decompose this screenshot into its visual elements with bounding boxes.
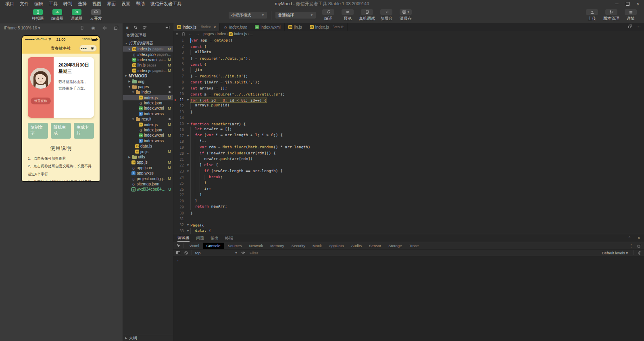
line-number[interactable]: 29 (173, 205, 185, 209)
editor-tab-index.wxml[interactable]: <>index.wxml (251, 23, 284, 31)
devtools-tab-Mock[interactable]: Mock (309, 243, 325, 249)
log-levels-select[interactable]: Default levels ▾ (602, 251, 628, 255)
menu-界面[interactable]: 界面 (104, 0, 119, 7)
line-number[interactable]: 26 (173, 187, 185, 191)
line-number[interactable]: 18 (173, 139, 185, 143)
eye-icon[interactable] (241, 251, 246, 255)
fold-icon[interactable]: ▼ (185, 152, 190, 155)
set-nickname-button[interactable]: 设置昵称 (31, 98, 51, 104)
menu-工具[interactable]: 工具 (46, 0, 60, 7)
tree-item-index.json[interactable]: {}index.json (123, 127, 173, 133)
close-button[interactable]: × (637, 2, 639, 6)
open-editor-item[interactable]: {}index.jsonpages\index (123, 52, 173, 57)
tree-item-index.json[interactable]: {}index.json (123, 100, 173, 106)
line-number[interactable]: 22 (173, 163, 185, 167)
menu-设置[interactable]: 设置 (119, 0, 133, 7)
editor-tab-index.js[interactable]: JSindex.js...\index× (173, 23, 220, 31)
console-settings-icon[interactable] (637, 251, 642, 255)
devtools-tab-Network[interactable]: Network (246, 243, 266, 249)
debugger-tab-终端[interactable]: 终端 (225, 235, 233, 242)
devtools-tab-Memory[interactable]: Memory (267, 243, 287, 249)
tree-item-index[interactable]: ▼index (123, 89, 173, 95)
exit-icon[interactable]: ◉ (88, 46, 96, 50)
breadcrumb-item-...[interactable]: ... (250, 31, 253, 36)
line-number[interactable]: 23 (173, 169, 185, 173)
menu-项目[interactable]: 项目 (2, 0, 17, 7)
devtools-tab-Security[interactable]: Security (288, 243, 308, 249)
tree-item-app.js[interactable]: JSapp.jsM (123, 160, 173, 165)
toolbar-button-上传[interactable]: 上传 (584, 9, 600, 21)
fold-icon[interactable]: ▼ (185, 98, 190, 102)
breadcrumb-item-index[interactable]: index (217, 31, 226, 36)
tree-item-utils[interactable]: ▶utils (123, 154, 173, 160)
more-actions-icon[interactable]: ⋯ (636, 24, 641, 29)
debugger-tab-输出[interactable]: 输出 (210, 235, 219, 242)
mute-icon[interactable] (102, 26, 107, 30)
line-number[interactable]: 1 (173, 38, 185, 42)
devtools-tab-Console[interactable]: Console (203, 243, 224, 249)
line-number[interactable]: 5 (173, 62, 185, 66)
menu-帮助[interactable]: 帮助 (133, 0, 148, 7)
line-number[interactable]: 27 (173, 193, 185, 197)
inspect-element-icon[interactable] (176, 243, 184, 248)
line-number[interactable]: ▮11 (173, 98, 185, 102)
context-select[interactable]: top▼ (195, 251, 238, 255)
fold-icon[interactable]: ▼ (185, 170, 190, 173)
split-editor-icon[interactable] (628, 24, 632, 29)
toolbar-button-版本管理[interactable]: 版本管理 (604, 9, 619, 21)
close-panel-icon[interactable]: × (638, 236, 640, 240)
toolbar-button-详情[interactable]: 详情 (623, 9, 638, 21)
debugger-tab-调试器[interactable]: 调试器 (177, 234, 190, 242)
devtools-tab-Wxml[interactable]: Wxml (186, 243, 202, 249)
editor-tab-index.js[interactable]: JSindex.js...\result (306, 23, 348, 31)
tree-item-index.wxss[interactable]: Sindex.wxss (123, 111, 173, 116)
device-selector[interactable]: iPhone 5 100% 16 ▾ (4, 26, 40, 30)
tree-item-result[interactable]: ▼result (123, 116, 173, 122)
line-number[interactable]: 12 (173, 104, 185, 108)
line-number[interactable]: 30 (173, 211, 185, 215)
menu-微信开发者工具[interactable]: 微信开发者工具 (148, 0, 184, 7)
compile-select[interactable]: 普通编译▼ (275, 12, 316, 19)
line-number[interactable]: 33 (173, 229, 185, 233)
fold-icon[interactable]: ▼ (185, 229, 190, 233)
line-number[interactable]: 14 (173, 116, 185, 120)
console-output[interactable]: › (173, 256, 644, 341)
line-number[interactable]: 9 (173, 86, 185, 90)
open-editor-item[interactable]: JSjin.jspagesM (123, 62, 173, 68)
fold-icon[interactable]: ▼ (185, 134, 190, 137)
avatar[interactable] (30, 68, 51, 89)
line-number[interactable]: 19 (173, 146, 185, 150)
line-number[interactable]: 16 (173, 128, 185, 132)
card-button-复制文字[interactable]: 复制文字 (28, 123, 48, 139)
breadcrumb-item-pages[interactable]: pages (204, 31, 214, 36)
editor-tab-index.json[interactable]: {}index.json (220, 23, 251, 31)
toolbar-button-清缓存[interactable]: ▼清缓存 (398, 9, 413, 21)
devtools-tab-Storage[interactable]: Storage (385, 243, 405, 249)
line-number[interactable]: 32 (173, 223, 185, 227)
git-branch-icon[interactable] (143, 25, 147, 30)
minimize-button[interactable]: ─ (615, 2, 619, 6)
outline-list-icon[interactable]: ≡ (176, 32, 178, 36)
tree-item-wxd934cbe8434...[interactable]: ▤wxd934cbe8434...U (123, 187, 173, 192)
menu-视图[interactable]: 视图 (90, 0, 104, 7)
editor-tab-jin.js[interactable]: JSjin.js (285, 23, 306, 31)
tree-item-pages[interactable]: ▼pages (123, 84, 173, 89)
code-editor[interactable]: 1var app = getApp()2const {3allData4} = … (173, 37, 644, 234)
record-icon[interactable]: ◉ (91, 25, 95, 31)
open-editor-item[interactable]: <>index.wxmlpag...M (123, 57, 173, 62)
toolbar-button-调试器[interactable]: 调试器 (69, 9, 84, 21)
maximize-button[interactable] (626, 2, 629, 6)
devtools-tab-Trace[interactable]: Trace (406, 243, 422, 249)
toolbar-button-编辑器[interactable]: </>编辑器 (50, 9, 65, 21)
devtools-tab-Audits[interactable]: Audits (348, 243, 365, 249)
file-list-icon[interactable]: ≡ (126, 25, 129, 30)
line-number[interactable]: 8 (173, 80, 185, 84)
toolbar-button-真机调试[interactable]: 真机调试 (359, 9, 375, 21)
mode-select[interactable]: 小程序模式▼ (229, 12, 267, 19)
collapse-sidebar-icon[interactable] (165, 25, 170, 30)
line-number[interactable]: 4 (173, 56, 185, 60)
line-number[interactable]: 28 (173, 199, 185, 203)
fold-icon[interactable]: ▼ (185, 122, 190, 125)
fold-icon[interactable]: ▼ (185, 223, 190, 227)
line-number[interactable]: 7 (173, 74, 185, 78)
